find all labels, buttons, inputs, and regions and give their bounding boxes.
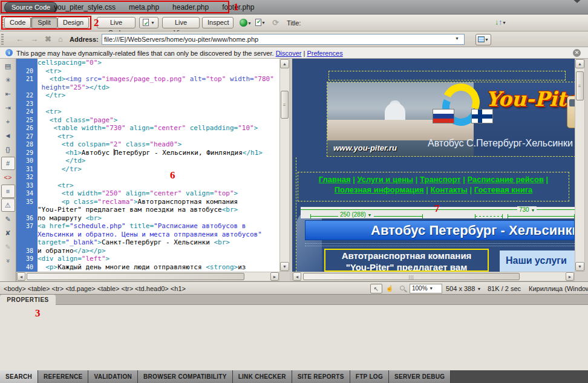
refresh-icon[interactable]: ⟳ [272,18,279,27]
apply-comment-icon[interactable]: ✎ [1,212,15,226]
code-vertical-scrollbar[interactable]: ▲ ≡ ▼ [279,59,290,272]
open-documents-icon[interactable]: ▤ [1,59,15,73]
code-line[interactable]: 26 <table width="730" align="center" cel… [16,124,279,133]
collapse-full-tag-icon[interactable]: ⇤ [1,87,15,100]
design-vscroll-thumb[interactable]: ≡ [576,71,584,100]
code-line[interactable]: target="_blank">Санкт-Петербург - Хельси… [16,238,279,247]
address-input[interactable] [102,34,465,45]
code-hscroll-thumb[interactable] [27,273,244,280]
scroll-right-icon[interactable]: ► [270,272,279,281]
code-horizontal-scrollbar[interactable]: ◄ ► [16,272,279,281]
forward-icon[interactable]: → [30,34,38,44]
results-tab-server-debug[interactable]: SERVER DEBUG [389,370,451,383]
code-line[interactable]: 33 <tr> [16,182,279,190]
file-list-icon[interactable]: ▼ [475,34,491,45]
design-vertical-scrollbar[interactable]: ▲ ≡ ▼ [575,59,585,272]
code-line[interactable]: 27 <tr> [16,133,279,141]
stop-icon[interactable]: ✖ [45,34,51,44]
code-line[interactable]: 25 <td class="page"> [16,116,279,125]
code-editor[interactable]: cellspacing="0">20 <tr>21 <td><img src="… [16,59,279,272]
code-line[interactable]: Хельсинки и обратно. Цены и места отправ… [16,231,279,239]
highlight-invalid-code-icon[interactable]: <> [1,171,15,184]
code-navigator-icon[interactable]: ✳ [1,73,15,87]
preferences-link[interactable]: Preferences [307,50,342,57]
collapse-selection-icon[interactable]: ⇥ [1,101,15,114]
code-line[interactable]: 24 <tr> [16,108,279,116]
code-line[interactable]: 22 </tr> [16,91,279,100]
results-tab-browser-compatibility[interactable]: BROWSER COMPATIBILITY [138,370,233,383]
design-scroll-up-icon[interactable]: ▲ [575,59,584,68]
code-line[interactable]: 38и обратно</a></p> [16,247,279,255]
check-page-icon[interactable]: ▼ [139,17,158,28]
nav-link[interactable]: Контакты [431,185,468,194]
select-tool-icon[interactable]: ↖ [370,284,382,293]
magnification-select[interactable]: 100% ▼ [410,284,442,293]
address-dropdown-icon[interactable]: ▼ [455,36,459,41]
code-lines[interactable]: cellspacing="0">20 <tr>21 <td><img src="… [16,59,279,271]
code-line[interactable]: 29 <h1>Автобус Петербург - Хельсинки, Фи… [16,149,279,157]
line-numbers-icon[interactable]: # [1,157,15,170]
code-line[interactable]: 34 <td width="250" align="center" valign… [16,189,279,198]
results-tab-reference[interactable]: REFERENCE [38,370,88,383]
live-view-button[interactable]: Live View [162,17,200,28]
filter-funnel-icon[interactable] [572,3,582,11]
tag-selector-path[interactable]: <body> <table> <tr> <td.page> <table> <t… [4,285,186,292]
code-line[interactable]: 32 [16,173,279,182]
scroll-up-icon[interactable]: ▲ [280,59,289,68]
code-line[interactable]: 37<a href="schedule.php" title="Расписан… [16,222,279,231]
code-line[interactable]: 20 <tr> [16,67,279,76]
nav-link[interactable]: Транспорт [420,175,461,184]
code-line[interactable]: 30 </td> [16,157,279,165]
results-tab-search[interactable]: SEARCH [0,370,38,383]
column-width-label[interactable]: 250 (288) ▼ [338,211,374,218]
wrap-lines-icon[interactable]: ≡ [1,185,15,198]
results-tab-link-checker[interactable]: LINK CHECKER [233,370,292,383]
code-vscroll-thumb[interactable]: ≡ [281,91,289,119]
expand-all-icon[interactable]: + [1,115,15,128]
live-code-button[interactable]: Live Code [97,17,136,28]
site-header-image[interactable]: You-Piter Автобус С.Петербург-Хельсинки … [327,82,575,157]
company-intro-box[interactable]: Автотранспортная компания "You-Piter" пр… [324,249,489,272]
nav-link[interactable]: Главная [319,175,351,184]
file-transfer-icon[interactable]: ↓↑▼ [495,18,506,27]
code-line[interactable]: 23 [16,100,279,108]
select-parent-tag-icon[interactable]: ◄ [1,129,15,142]
balance-braces-icon[interactable]: {} [1,143,15,156]
discover-link[interactable]: Discover [276,50,302,57]
code-line[interactable]: cellspacing="0"> [16,59,279,67]
nav-link[interactable]: Услуги и цены [358,175,414,184]
home-icon[interactable]: ⌂ [58,34,63,44]
design-scroll-right-icon[interactable]: ► [566,272,574,281]
design-scroll-left-icon[interactable]: ◄ [293,272,301,281]
validate-icon[interactable]: ▼ [255,19,266,26]
services-box[interactable]: Наши услуги [500,250,575,272]
code-line[interactable]: 28 <td colspan="2" class="head0"> [16,140,279,149]
nav-link[interactable]: Полезная информация [335,185,424,194]
back-icon[interactable]: ← [16,34,24,44]
inspect-button[interactable]: Inspect [202,17,234,28]
code-line[interactable]: 35 <p class="reclama">Автотранспортная к… [16,198,279,206]
properties-tab[interactable]: PROPERTIES [0,295,56,305]
nav-link[interactable]: Расписание рейсов [468,175,544,184]
code-line[interactable]: 36по маршруту <br> [16,214,279,223]
code-line[interactable]: 21 <td><img src="images/page_top.png" al… [16,75,279,83]
format-source-icon[interactable]: ✎ [1,240,15,254]
scroll-left-icon[interactable]: ◄ [17,272,25,281]
code-line[interactable]: "You-Piter" предлагает вам поездки на ав… [16,206,279,214]
code-line[interactable]: 39<div align="left"> [16,255,279,263]
site-navigation[interactable]: Главная | Услуги и цены | Транспорт | Ра… [298,172,569,201]
remove-comment-icon[interactable]: ✘ [1,226,15,240]
design-view[interactable]: You-Piter Автобус С.Петербург-Хельсинки … [292,59,575,272]
more-options-icon[interactable]: » [1,254,15,268]
design-hscroll-thumb[interactable]: ||| [303,273,520,280]
code-line[interactable]: 31 </tr> [16,165,279,174]
page-heading-banner[interactable]: Автобус Петербург - Хельсинки [305,220,575,240]
design-scroll-down-icon[interactable]: ▼ [575,262,584,271]
window-size-indicator[interactable]: 504 x 388 ▼ [446,285,481,292]
table-width-label[interactable]: 730 ▼ [517,206,537,213]
code-line[interactable]: height="25"></td> [16,83,279,92]
nav-link[interactable]: Гостевая книга [474,185,533,194]
syntax-error-alerts-icon[interactable]: ⚠ [1,198,15,212]
hand-tool-icon[interactable]: ☝ [384,284,396,293]
code-line[interactable]: 40 <p>Каждый день многие люди отправляют… [16,263,279,272]
